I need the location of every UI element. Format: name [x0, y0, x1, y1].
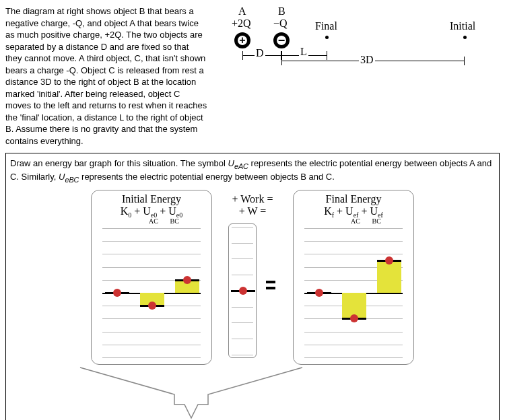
dim-L-label: L [299, 46, 308, 58]
negative-charge-icon [273, 32, 290, 48]
charge-A: +2Q [232, 18, 251, 30]
final-chart-subterms: AC BC [294, 217, 413, 225]
marker-K0[interactable] [113, 289, 121, 297]
dim-D-label: D [255, 47, 265, 59]
question-text: Draw an energy bar graph for this situat… [10, 158, 495, 184]
initial-chart-subterms: AC BC [92, 217, 211, 225]
initial-grid [102, 228, 201, 357]
marker-UefBC[interactable] [385, 256, 393, 265]
initial-chart-terms: K0 + Ue0 + Ue0 [92, 205, 211, 219]
final-chart-terms: Kf + Uef + Uef [294, 205, 413, 219]
work-chart[interactable] [228, 223, 257, 358]
positive-charge-icon [234, 32, 250, 48]
final-label: Final [315, 20, 337, 32]
label-A: A [238, 5, 246, 18]
dim-3D-label: 3D [359, 54, 375, 66]
final-dot-icon [325, 36, 329, 39]
equals-icon [266, 277, 275, 293]
initial-label: Initial [450, 20, 475, 32]
marker-Ue0BC[interactable] [183, 276, 191, 284]
bar-UefBC[interactable] [377, 260, 401, 293]
marker-W[interactable] [239, 287, 247, 295]
charge-B: −Q [273, 18, 288, 30]
final-energy-chart[interactable]: Final Energy Kf + Uef + Uef AC BC [293, 190, 414, 365]
setup-diagram: A B +2Q −Q Final Initial D L 3D [214, 5, 500, 147]
marker-Kf[interactable] [315, 289, 323, 297]
problem-statement: The diagram at right shows object B that… [5, 5, 207, 147]
initial-dot-icon [463, 36, 467, 39]
final-grid [304, 228, 403, 357]
marker-Ue0AC[interactable] [148, 302, 156, 310]
marker-UefAC[interactable] [350, 314, 358, 322]
work-header-1: + Work = [212, 193, 293, 205]
initial-chart-title: Initial Energy [92, 193, 211, 205]
question-panel: Draw an energy bar graph for this situat… [5, 153, 500, 420]
work-column: + Work = + W = [212, 190, 293, 385]
final-chart-title: Final Energy [294, 193, 413, 205]
initial-energy-chart[interactable]: Initial Energy K0 + Ue0 + Ue0 AC BC [91, 190, 212, 365]
work-header-2: + W = [212, 205, 293, 217]
label-B: B [278, 5, 285, 18]
